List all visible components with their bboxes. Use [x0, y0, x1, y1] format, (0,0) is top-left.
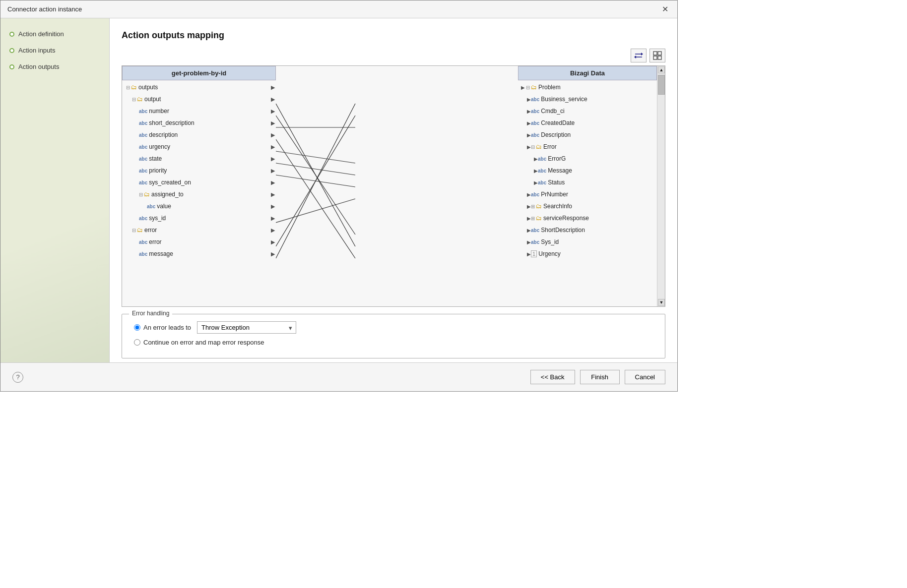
left-arrow-icon: ▶: [534, 156, 538, 162]
tree-row: ▶ abc Business_service: [518, 93, 657, 105]
tree-row: abc urgency ▶: [122, 141, 276, 153]
node-label: Description: [541, 131, 571, 138]
left-arrow-icon: ▶: [527, 204, 531, 209]
throw-select-container[interactable]: Throw Exception Continue Map Error: [197, 321, 296, 334]
abc-icon: abc: [139, 156, 147, 162]
abc-icon: abc: [139, 109, 147, 114]
continue-on-error-radio[interactable]: [134, 339, 140, 346]
folder-icon: 🗂: [531, 84, 537, 91]
help-button[interactable]: ?: [12, 372, 23, 383]
continue-on-error-text: Continue on error and map error response: [143, 339, 264, 346]
node-label: description: [149, 131, 178, 138]
abc-icon: abc: [531, 192, 539, 197]
sidebar-item-action-inputs[interactable]: Action inputs: [9, 47, 100, 54]
folder-icon: 🗂: [536, 203, 542, 210]
abc-icon: abc: [139, 144, 147, 150]
tree-row: ▶ abc Description: [518, 129, 657, 141]
tree-row: ▶ abc CreatedDate: [518, 117, 657, 129]
node-label: error: [144, 227, 157, 234]
tree-row: ▶ ⊟ 🗂 Error: [518, 141, 657, 153]
node-label: Sys_id: [541, 238, 559, 245]
node-label: Status: [548, 179, 565, 186]
abc-icon: abc: [531, 239, 539, 245]
error-radio-row-1: An error leads to Throw Exception Contin…: [134, 321, 653, 334]
expand-icon[interactable]: ⊞: [531, 216, 535, 221]
expand-icon[interactable]: ⊟: [126, 85, 130, 90]
folder-icon: 🗂: [536, 215, 542, 222]
right-panel: Bizagi Data ▶ ⊟ 🗂 Problem: [518, 66, 657, 260]
node-label: ShortDescription: [541, 227, 585, 234]
tree-row: ▶ 1 Urgency: [518, 248, 657, 260]
error-leads-to-radio[interactable]: [134, 324, 140, 331]
left-arrow-icon: ▶: [527, 216, 531, 221]
node-label: message: [149, 250, 173, 257]
sidebar-item-action-definition[interactable]: Action definition: [9, 30, 100, 38]
right-arrow-icon: ▶: [271, 132, 276, 138]
view-toggle-button[interactable]: [649, 49, 665, 62]
mapping-area: get-problem-by-id ⊟ 🗂 outputs ▶: [122, 65, 665, 307]
right-arrow-icon: ▶: [271, 96, 276, 103]
tree-row: abc sys_id ▶: [122, 212, 276, 224]
right-arrow-icon: ▶: [271, 168, 276, 174]
left-arrow-icon: ▶: [527, 144, 531, 150]
right-arrow-icon: ▶: [271, 179, 276, 186]
left-arrow-icon: ▶: [521, 85, 525, 90]
error-leads-to-radio-label[interactable]: An error leads to: [134, 324, 191, 331]
expand-icon[interactable]: ⊟: [132, 97, 136, 102]
cancel-button[interactable]: Cancel: [625, 370, 665, 384]
abc-icon: abc: [531, 109, 539, 114]
abc-icon: abc: [139, 251, 147, 257]
right-arrow-icon: ▶: [271, 120, 276, 126]
error-leads-to-label: An error leads to: [143, 324, 191, 331]
scroll-down-button[interactable]: ▼: [658, 299, 665, 306]
tree-row: ▶ ⊞ 🗂 serviceResponse: [518, 212, 657, 224]
vertical-scrollbar[interactable]: ▲ ▼: [657, 66, 665, 306]
expand-icon[interactable]: ⊟: [531, 144, 535, 150]
abc-icon: abc: [139, 180, 147, 185]
left-arrow-icon: ▶: [534, 168, 538, 174]
abc-icon: abc: [139, 239, 147, 245]
node-label: priority: [149, 167, 167, 174]
svg-line-16: [276, 104, 355, 258]
left-arrow-icon: ▶: [527, 192, 531, 197]
finish-button[interactable]: Finish: [580, 370, 620, 384]
sidebar-item-action-outputs[interactable]: Action outputs: [9, 63, 100, 70]
node-label: sys_created_on: [149, 179, 191, 186]
abc-icon: abc: [139, 120, 147, 126]
tree-row: ▶ abc Sys_id: [518, 236, 657, 248]
content-area: Action definition Action inputs Action o…: [0, 18, 677, 362]
tree-row: abc error ▶: [122, 236, 276, 248]
throw-exception-select[interactable]: Throw Exception Continue Map Error: [197, 321, 296, 334]
scroll-thumb[interactable]: [658, 75, 665, 95]
tree-row: abc description ▶: [122, 129, 276, 141]
back-button[interactable]: << Back: [530, 370, 575, 384]
left-tree: ⊟ 🗂 outputs ▶ ⊟ 🗂 output: [122, 81, 276, 260]
tree-row: ▶ abc Status: [518, 176, 657, 188]
mapping-scroll[interactable]: get-problem-by-id ⊟ 🗂 outputs ▶: [122, 66, 657, 306]
tree-row: abc short_description ▶: [122, 117, 276, 129]
folder-icon: 🗂: [131, 84, 137, 91]
node-label: short_description: [149, 119, 194, 126]
abc-icon: abc: [531, 228, 539, 233]
scroll-up-button[interactable]: ▲: [658, 66, 665, 73]
sidebar-item-label: Action inputs: [18, 47, 55, 54]
abc-icon: abc: [538, 168, 546, 174]
node-label: Cmdb_ci: [541, 108, 564, 115]
node-label: Problem: [538, 84, 561, 91]
continue-on-error-label[interactable]: Continue on error and map error response: [134, 339, 264, 346]
expand-icon[interactable]: ⊞: [531, 204, 535, 209]
close-button[interactable]: ✕: [660, 4, 670, 14]
node-label: sys_id: [149, 215, 166, 222]
left-panel-header: get-problem-by-id: [122, 66, 276, 80]
mapping-toolbar: [122, 49, 665, 62]
node-label: value: [157, 203, 171, 210]
tree-row: ▶ abc ErrorG: [518, 153, 657, 165]
abc-icon: abc: [147, 204, 155, 209]
tree-row: abc priority ▶: [122, 165, 276, 176]
expand-icon[interactable]: ⊟: [132, 228, 136, 233]
left-arrow-icon: ▶: [527, 228, 531, 233]
left-arrow-icon: ▶: [527, 251, 531, 257]
auto-map-button[interactable]: [631, 49, 647, 62]
expand-icon[interactable]: ⊟: [526, 85, 530, 90]
expand-icon[interactable]: ⊟: [139, 192, 143, 197]
